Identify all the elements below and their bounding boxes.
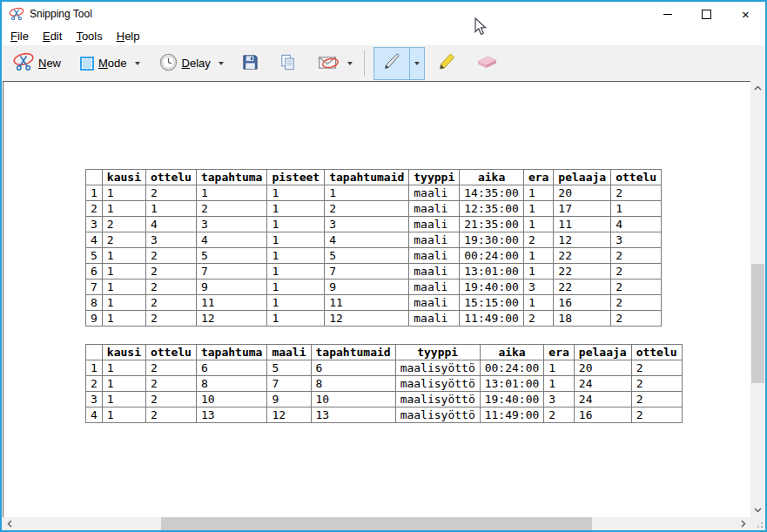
- table-cell: 1: [102, 360, 145, 376]
- table-cell: 17: [554, 201, 611, 217]
- scrollbar-corner: [750, 517, 765, 530]
- snipped-image: kausiottelutapahtumapisteettapahtumaidty…: [85, 169, 683, 441]
- table-cell: 2: [102, 232, 145, 248]
- table-cell: 3: [145, 232, 196, 248]
- table-cell: 16: [574, 407, 631, 423]
- table-row: 91212112maali11:49:002182: [86, 311, 662, 327]
- menu-file[interactable]: File: [3, 28, 36, 44]
- table-cell: 3: [523, 279, 553, 295]
- table-row: 612717maali13:01:001222: [86, 264, 662, 279]
- menu-help[interactable]: Help: [110, 28, 147, 44]
- table-cell: 14:35:00: [460, 185, 524, 201]
- table-cell: 3: [611, 232, 662, 248]
- vertical-scrollbar-thumb[interactable]: [751, 264, 764, 383]
- window-title: Snipping Tool: [30, 8, 92, 20]
- table-row: 423414maali19:30:002123: [86, 232, 662, 248]
- chevron-down-icon: [135, 62, 140, 65]
- table-cell: 12:35:00: [460, 201, 524, 217]
- table-cell: 6: [86, 264, 103, 279]
- pen-dropdown-button[interactable]: [409, 48, 424, 79]
- pen-button[interactable]: [374, 48, 409, 79]
- mode-button[interactable]: Mode: [74, 52, 146, 75]
- column-header: pelaaja: [574, 345, 631, 360]
- highlighter-button[interactable]: [430, 47, 463, 79]
- new-button[interactable]: New: [7, 47, 67, 79]
- highlighter-icon: [436, 51, 457, 75]
- email-button[interactable]: [312, 50, 359, 77]
- table-cell: 20: [554, 185, 611, 201]
- new-label: New: [38, 57, 61, 70]
- table-cell: 00:24:00: [480, 360, 544, 376]
- table-cell: 2: [145, 392, 196, 407]
- horizontal-scrollbar-thumb[interactable]: [161, 517, 592, 530]
- table-cell: 15:15:00: [460, 295, 524, 311]
- table-cell: 4: [325, 232, 409, 248]
- table-row: 324313maali21:35:001114: [86, 217, 662, 232]
- copy-icon: [279, 53, 297, 74]
- scroll-up-button[interactable]: [750, 80, 765, 95]
- table-cell: 1: [267, 295, 325, 311]
- menu-edit[interactable]: Edit: [36, 28, 69, 44]
- table-row: 512515maali00:24:001222: [86, 248, 662, 264]
- table-cell: 7: [325, 264, 409, 279]
- column-header: maali: [267, 345, 311, 360]
- table-cell: 11:49:00: [460, 311, 524, 327]
- table-cell: 5: [267, 360, 311, 376]
- email-icon: [318, 54, 340, 73]
- column-header: tyyppi: [409, 170, 460, 185]
- table-cell: 1: [523, 248, 553, 264]
- assists-table: kausiottelutapahtumamaalitapahtumaidtyyp…: [85, 344, 683, 423]
- horizontal-scrollbar-track[interactable]: [17, 517, 736, 530]
- table-cell: 11: [196, 295, 266, 311]
- table-cell: 1: [523, 201, 553, 217]
- table-cell: 1: [102, 392, 145, 407]
- selection-rectangle-icon: [80, 57, 94, 71]
- scroll-down-button[interactable]: [750, 502, 765, 517]
- eraser-button[interactable]: [470, 51, 504, 77]
- column-header: kausi: [102, 345, 145, 360]
- table-cell: 2: [611, 185, 662, 201]
- table-cell: maalisyöttö: [395, 376, 480, 392]
- delay-label: Delay: [182, 57, 211, 70]
- table-cell: 4: [86, 232, 103, 248]
- scroll-left-button[interactable]: [2, 517, 17, 530]
- table-cell: 10: [196, 392, 266, 407]
- table-cell: 1: [267, 264, 325, 279]
- table-cell: 12: [325, 311, 409, 327]
- table-cell: 2: [145, 311, 196, 327]
- delay-button[interactable]: Delay: [153, 49, 230, 78]
- chevron-down-icon: [347, 62, 353, 65]
- table-cell: maali: [409, 264, 460, 279]
- table-cell: 12: [554, 232, 611, 248]
- scroll-right-button[interactable]: [736, 517, 750, 530]
- pen-icon: [381, 51, 402, 76]
- menu-tools[interactable]: Tools: [69, 28, 109, 44]
- table-row: 212878maalisyöttö13:01:001242: [86, 376, 683, 392]
- scissors-icon: [13, 51, 34, 75]
- scissors-icon: [9, 6, 24, 22]
- table-cell: 2: [145, 360, 196, 376]
- resize-grip-icon[interactable]: [755, 520, 764, 529]
- table-cell: 20: [574, 360, 631, 376]
- floppy-disk-icon: [241, 53, 259, 74]
- table-cell: maali: [409, 279, 460, 295]
- table-cell: 9: [267, 392, 311, 407]
- table-cell: 7: [267, 376, 311, 392]
- table-cell: 2: [145, 248, 196, 264]
- column-header: ottelu: [611, 170, 662, 185]
- maximize-button[interactable]: [687, 2, 726, 26]
- save-button[interactable]: [235, 49, 266, 78]
- table-cell: maali: [409, 232, 460, 248]
- table-cell: 16: [554, 295, 611, 311]
- copy-button[interactable]: [272, 49, 303, 78]
- table-cell: 2: [86, 376, 103, 392]
- table-cell: 19:30:00: [460, 232, 524, 248]
- table-cell: 7: [196, 264, 266, 279]
- table-cell: 2: [631, 376, 682, 392]
- table-cell: 2: [544, 407, 574, 423]
- close-button[interactable]: ×: [726, 2, 765, 26]
- minimize-button[interactable]: [648, 2, 687, 26]
- table-cell: 1: [523, 217, 553, 232]
- table-cell: 1: [267, 311, 325, 327]
- table-cell: maalisyöttö: [395, 360, 480, 376]
